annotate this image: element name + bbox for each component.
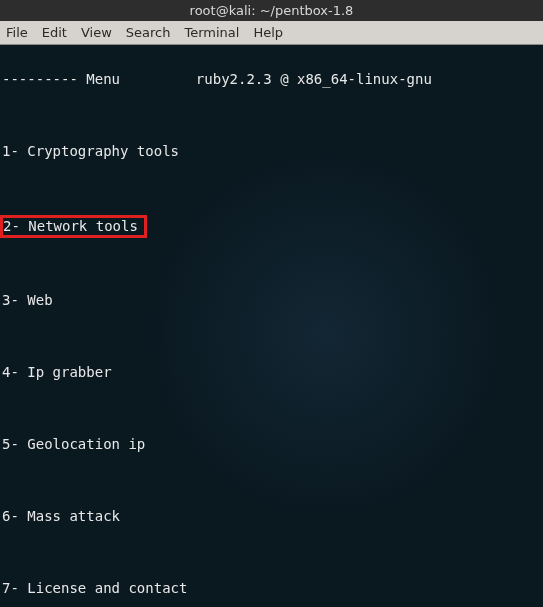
- menu-file[interactable]: File: [6, 25, 28, 40]
- menu-item-web: 3- Web: [2, 292, 541, 310]
- blank-line: [2, 107, 541, 125]
- terminal-output[interactable]: --------- Menu ruby2.2.3 @ x86_64-linux-…: [0, 45, 543, 607]
- blank-line: [2, 472, 541, 490]
- menu-search[interactable]: Search: [126, 25, 171, 40]
- blank-line: [2, 179, 541, 197]
- menu-item-geolocation: 5- Geolocation ip: [2, 436, 541, 454]
- menu-edit[interactable]: Edit: [42, 25, 67, 40]
- window-title-bar: root@kali: ~/pentbox-1.8: [0, 0, 543, 21]
- highlight-network-tools: 2- Network tools: [0, 215, 147, 239]
- menu-item-network-highlight: 2- Network tools: [2, 215, 541, 239]
- blank-line: [2, 400, 541, 418]
- menu-help[interactable]: Help: [253, 25, 283, 40]
- window-title: root@kali: ~/pentbox-1.8: [190, 3, 354, 18]
- menu-bar: File Edit View Search Terminal Help: [0, 21, 543, 45]
- blank-line: [2, 544, 541, 562]
- menu-terminal[interactable]: Terminal: [184, 25, 239, 40]
- menu-item-crypto: 1- Cryptography tools: [2, 143, 541, 161]
- menu-header: --------- Menu ruby2.2.3 @ x86_64-linux-…: [2, 71, 541, 89]
- blank-line: [2, 328, 541, 346]
- menu-item-ipgrabber: 4- Ip grabber: [2, 364, 541, 382]
- menu-item-license: 7- License and contact: [2, 580, 541, 598]
- menu-view[interactable]: View: [81, 25, 112, 40]
- blank-line: [2, 256, 541, 274]
- menu-item-massattack: 6- Mass attack: [2, 508, 541, 526]
